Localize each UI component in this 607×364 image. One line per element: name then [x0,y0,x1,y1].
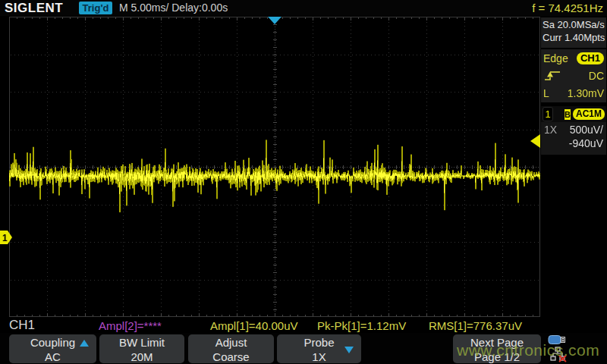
channel-1-marker: 1 [0,231,13,244]
memory-depth: Curr 1.40Mpts [541,30,606,43]
measurement-rms-ch1: RMS[1]=776.37uV [429,319,522,332]
timebase-readout: M 5.00ms/ Delay:0.00s [119,2,228,14]
volts-per-div: 500uV/ [570,124,603,136]
probe-button[interactable]: Probe 1X [277,334,361,363]
measurement-ampl-ch2: Ampl[2]=**** [99,319,162,332]
channel-offset: -940uV [541,136,606,149]
probe-down-arrow-icon [344,347,354,353]
measurement-pkpk-ch1: Pk-Pk[1]=1.12mV [317,319,406,332]
rising-edge-icon [543,70,561,82]
watermark-text: www.cntronics.com [457,341,599,359]
siglent-logo: SIGLENT [5,1,63,16]
channel-coupling-badge: AC1M [573,108,605,120]
trigger-mode-label: Edge [543,52,568,64]
oscilloscope-screen: SIGLENT Trig'd M 5.00ms/ Delay:0.00s f =… [0,0,607,364]
probe-attenuation: 1X [544,124,557,136]
coupling-up-arrow-icon [80,340,89,347]
top-status-bar: SIGLENT Trig'd M 5.00ms/ Delay:0.00s f =… [0,0,607,16]
frequency-counter: f = 74.4251Hz [532,2,603,14]
bandwidth-limit-badge: B [565,109,571,120]
sample-rate: Sa 20.0MSa/s [541,17,606,30]
channel-info-box: 1 B AC1M 1X 500uV/ -940uV [541,106,606,155]
trigger-source-badge: CH1 [577,52,604,64]
measurement-ampl-ch1: Ampl[1]=40.00uV [210,319,298,332]
coupling-button[interactable]: Coupling AC [9,334,96,363]
trigger-level-marker [530,134,540,148]
active-channel-label: CH1 [9,318,35,333]
trigger-status-badge: Trig'd [79,2,112,14]
graticule-area [9,17,540,317]
trigger-level-value: 1.30mV [568,87,604,99]
trigger-position-marker [268,17,281,24]
trigger-coupling: DC [589,70,604,82]
svg-text:1: 1 [2,233,8,243]
trigger-info-box: Edge CH1 DC L 1.30mV [541,49,606,102]
waveform-canvas [9,17,540,317]
trigger-level-label: L [543,87,549,99]
adjust-button[interactable]: Adjust Coarse [188,334,274,363]
channel-number-chip: 1 [543,107,553,121]
acquisition-info-box: Sa 20.0MSa/s Curr 1.40Mpts [541,17,606,48]
bw-limit-button[interactable]: BW Limit 20M [99,334,184,363]
measurement-bar: CH1 Ampl[2]=**** Ampl[1]=40.00uV Pk-Pk[1… [0,317,607,333]
